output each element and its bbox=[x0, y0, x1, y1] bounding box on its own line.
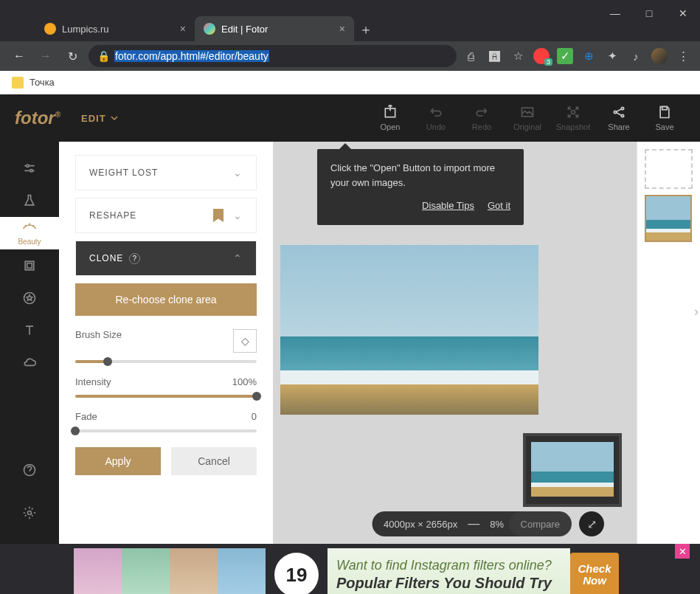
svg-point-3 bbox=[614, 111, 616, 113]
intensity-slider[interactable] bbox=[75, 395, 257, 398]
svg-point-2 bbox=[572, 111, 575, 114]
sidebar-item-frame[interactable] bbox=[0, 249, 59, 282]
chevron-down-icon: ⌄ bbox=[233, 210, 243, 221]
back-button[interactable]: ← bbox=[9, 46, 30, 66]
help-icon[interactable]: ? bbox=[129, 253, 140, 264]
sliders-icon bbox=[22, 161, 37, 176]
dropzone[interactable] bbox=[645, 149, 693, 189]
cancel-button[interactable]: Cancel bbox=[171, 447, 257, 475]
ad-cta-button[interactable]: CheckNow bbox=[570, 553, 619, 594]
extensions-icon[interactable]: ✦ bbox=[604, 48, 620, 64]
star-icon[interactable]: ☆ bbox=[510, 48, 526, 64]
text-icon bbox=[22, 323, 37, 338]
favicon bbox=[44, 23, 56, 35]
menu-icon[interactable]: ⋮ bbox=[675, 48, 691, 64]
profile-avatar[interactable] bbox=[651, 48, 668, 64]
tab-lumpics[interactable]: Lumpics.ru × bbox=[35, 16, 195, 41]
chevron-down-icon bbox=[111, 114, 118, 122]
accordion-clone[interactable]: CLONE ? ⌃ bbox=[75, 241, 257, 276]
edit-dropdown[interactable]: EDIT bbox=[81, 113, 118, 124]
flask-icon bbox=[22, 193, 37, 208]
svg-point-4 bbox=[621, 107, 623, 109]
redo-button[interactable]: Redo bbox=[461, 105, 502, 131]
forward-button[interactable]: → bbox=[35, 46, 56, 66]
minimap[interactable] bbox=[523, 433, 622, 507]
compare-button[interactable]: Compare bbox=[509, 511, 572, 536]
maximize-button[interactable]: □ bbox=[632, 0, 666, 27]
sidebar-item-text[interactable] bbox=[0, 314, 59, 347]
svg-rect-6 bbox=[662, 107, 668, 110]
close-button[interactable]: ✕ bbox=[666, 0, 700, 27]
cast-icon[interactable]: ⎙ bbox=[462, 48, 479, 64]
sidebar-item-sticker[interactable] bbox=[0, 282, 59, 314]
sidebar-item-settings[interactable] bbox=[0, 497, 59, 529]
fade-label: Fade bbox=[75, 411, 97, 422]
redo-icon bbox=[474, 105, 489, 120]
minimize-button[interactable]: — bbox=[598, 0, 632, 27]
sidebar-item-effect[interactable] bbox=[0, 184, 59, 217]
share-icon bbox=[611, 105, 626, 120]
tab-title: Edit | Fotor bbox=[221, 24, 268, 35]
address-bar: ← → ↻ 🔒 fotor.com/app.html#/editor/beaut… bbox=[0, 41, 700, 71]
canvas-area[interactable]: Click the "Open" Button to import more y… bbox=[273, 142, 637, 544]
accordion-reshape[interactable]: RESHAPE ⌄ bbox=[75, 198, 257, 233]
svg-point-5 bbox=[621, 114, 623, 117]
apply-button[interactable]: Apply bbox=[75, 447, 161, 475]
sidebar-item-adjust[interactable] bbox=[0, 152, 59, 184]
intensity-label: Intensity bbox=[75, 376, 111, 387]
got-it-link[interactable]: Got it bbox=[488, 198, 510, 213]
camera-icon bbox=[566, 105, 581, 120]
brush-size-slider[interactable] bbox=[75, 360, 257, 363]
sidebar-item-help[interactable] bbox=[0, 454, 59, 486]
close-tab-icon[interactable]: × bbox=[339, 23, 345, 35]
svg-point-7 bbox=[27, 165, 29, 167]
accordion-weight-lost[interactable]: WEIGHT LOST ⌄ bbox=[75, 155, 257, 190]
fade-slider[interactable] bbox=[75, 429, 257, 432]
translate-icon[interactable]: 🅰 bbox=[486, 48, 502, 64]
ad-text: Want to find Instagram filters online? P… bbox=[328, 548, 570, 594]
url-input[interactable]: 🔒 fotor.com/app.html#/editor/beauty bbox=[89, 45, 457, 67]
chevron-right-icon[interactable]: › bbox=[694, 304, 699, 320]
close-tab-icon[interactable]: × bbox=[180, 23, 186, 35]
undo-button[interactable]: Undo bbox=[415, 105, 457, 131]
sidebar-item-cloud[interactable] bbox=[0, 347, 59, 379]
new-tab-button[interactable]: ＋ bbox=[354, 18, 378, 41]
reload-button[interactable]: ↻ bbox=[62, 46, 83, 66]
check-icon[interactable]: ✓ bbox=[557, 48, 573, 64]
bookmark-item[interactable]: Точка bbox=[30, 77, 55, 88]
original-button[interactable]: Original bbox=[507, 105, 548, 131]
eraser-button[interactable]: ◇ bbox=[233, 329, 257, 353]
open-button[interactable]: Open bbox=[370, 105, 411, 131]
tab-fotor[interactable]: Edit | Fotor × bbox=[195, 16, 354, 41]
star-icon bbox=[22, 291, 37, 305]
canvas-image[interactable] bbox=[280, 245, 538, 415]
sidebar-item-beauty[interactable]: Beauty bbox=[0, 217, 59, 249]
svg-rect-10 bbox=[27, 263, 32, 269]
lock-icon: 🔒 bbox=[97, 50, 110, 62]
ad-banner[interactable]: 19 Want to find Instagram filters online… bbox=[0, 544, 700, 594]
playlist-icon[interactable]: ♪ bbox=[628, 48, 644, 64]
snapshot-button[interactable]: Snapshot bbox=[552, 105, 594, 131]
zoom-out-button[interactable]: — bbox=[468, 517, 479, 531]
left-sidebar: Beauty bbox=[0, 142, 59, 544]
globe-icon[interactable]: ⊕ bbox=[581, 48, 597, 64]
open-icon bbox=[383, 105, 398, 120]
adblock-icon[interactable] bbox=[533, 48, 550, 64]
right-strip: › bbox=[637, 142, 700, 544]
ad-number: 19 bbox=[274, 553, 319, 594]
rechoose-button[interactable]: Re-choose clone area bbox=[75, 283, 257, 316]
svg-point-8 bbox=[30, 170, 32, 172]
fullscreen-button[interactable]: ⤢ bbox=[579, 511, 604, 536]
save-button[interactable]: Save bbox=[644, 105, 685, 131]
undo-icon bbox=[429, 105, 443, 120]
thumbnail[interactable] bbox=[645, 195, 692, 242]
zoom-level: 8% bbox=[490, 519, 504, 530]
ad-close-button[interactable]: ✕ bbox=[675, 544, 690, 559]
save-icon bbox=[657, 105, 672, 120]
disable-tips-link[interactable]: Disable Tips bbox=[422, 198, 474, 213]
share-button[interactable]: Share bbox=[598, 105, 640, 131]
tooltip: Click the "Open" Button to import more y… bbox=[317, 149, 524, 225]
tab-title: Lumpics.ru bbox=[62, 24, 109, 35]
fotor-logo[interactable]: fotor® bbox=[15, 108, 60, 128]
eye-icon bbox=[22, 221, 37, 236]
